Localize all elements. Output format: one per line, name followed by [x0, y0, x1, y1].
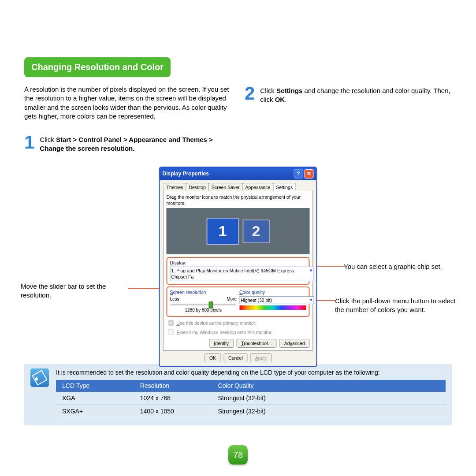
monitor-arrangement[interactable]: 1 2 — [167, 208, 310, 254]
monitor-2[interactable]: 2 — [242, 219, 270, 243]
table-row: SXGA+ 1400 x 1050 Strongest (32-bit) — [56, 405, 446, 418]
slider-more: More — [227, 296, 237, 302]
step-2-text: Click Settings and change the resolution… — [260, 85, 452, 104]
tab-screensaver[interactable]: Screen Saver — [208, 183, 243, 191]
dialog-title: Display Properties — [163, 170, 209, 177]
advanced-button[interactable]: Advanced — [279, 339, 310, 348]
note-box: It is recommended to set the resolution … — [24, 364, 452, 426]
primary-monitor-check: Use this device as the primary monitor. — [167, 319, 310, 327]
note-intro: It is recommended to set the resolution … — [56, 368, 446, 377]
note-icon — [30, 368, 49, 387]
lcd-table: LCD Type Resolution Color Quality XGA 10… — [56, 380, 446, 418]
page-number: 78 — [228, 445, 248, 465]
ok-button[interactable]: OK — [205, 353, 221, 362]
resolution-value: 1280 by 800 pixels — [170, 307, 237, 313]
section-title: Changing Resolution and Color — [24, 57, 171, 77]
tab-desktop[interactable]: Desktop — [186, 183, 209, 191]
step-2-number: 2 — [245, 85, 255, 104]
res-color-group: Screen resolution Less More 1280 by 800 … — [167, 286, 310, 317]
display-group: Display: 1. Plug and Play Monitor on Mob… — [167, 257, 310, 285]
monitor-1[interactable]: 1 — [206, 218, 239, 245]
slider-less: Less — [170, 296, 179, 302]
troubleshoot-button[interactable]: Troubleshoot... — [236, 339, 277, 348]
callout-slider: Move the slider bar to set the resolutio… — [21, 282, 129, 300]
display-select[interactable]: 1. Plug and Play Monitor on Mobile Intel… — [170, 267, 314, 281]
extend-desktop-check: Extend my Windows desktop onto this moni… — [167, 328, 310, 336]
intro-text: A resolution is the number of pixels dis… — [24, 85, 231, 121]
help-button[interactable]: ? — [294, 169, 303, 178]
tabs: Themes Desktop Screen Saver Appearance S… — [164, 183, 313, 191]
color-quality-select[interactable]: Highest (32 bit) — [239, 296, 314, 304]
close-button[interactable]: ✕ — [305, 169, 314, 178]
cancel-button[interactable]: Cancel — [223, 353, 248, 362]
color-spectrum — [239, 305, 306, 310]
apply-button[interactable]: Apply — [250, 353, 271, 362]
resolution-slider[interactable] — [171, 304, 236, 305]
identify-button[interactable]: Identify — [209, 339, 234, 348]
step-1-text: Click Start > Control Panel > Appearance… — [40, 134, 231, 153]
tab-themes[interactable]: Themes — [164, 183, 186, 191]
step-1-number: 1 — [24, 134, 34, 153]
callout-chipset: You can select a graphic chip set. — [344, 262, 456, 271]
tab-appearance[interactable]: Appearance — [242, 183, 274, 191]
drag-hint: Drag the monitor icons to match the phys… — [167, 194, 310, 206]
callout-colors: Click the pull-down menu button to selec… — [335, 297, 456, 315]
table-row: XGA 1024 x 768 Strongest (32-bit) — [56, 392, 446, 405]
tab-settings[interactable]: Settings — [273, 183, 296, 191]
display-properties-dialog: Display Properties ? ✕ Themes Desktop Sc… — [159, 167, 317, 367]
